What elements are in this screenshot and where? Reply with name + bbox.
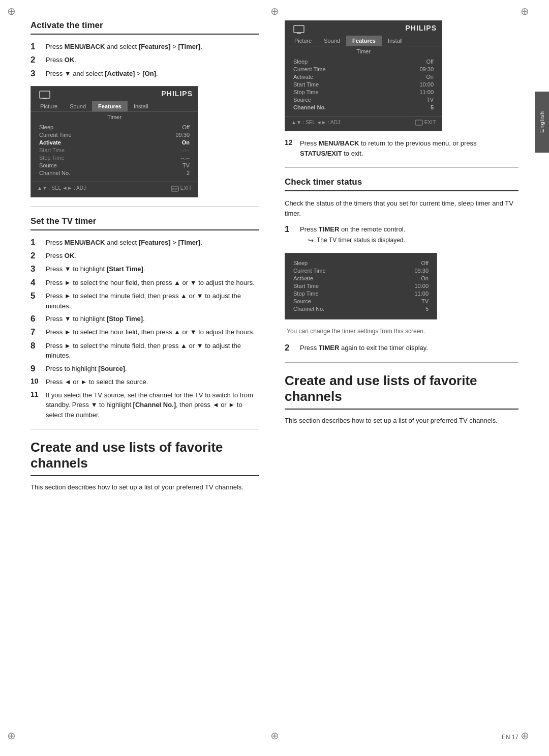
step-number: 1 [285,224,296,235]
tv-row: Channel No.5 [293,103,434,111]
step-item: 1 Press MENU/BACK and select [Features] … [30,238,259,248]
step-content: Press MENU/BACK and select [Features] > … [46,238,259,248]
tv-row: Current Time09:30 [39,131,190,138]
philips-logo-2: PHILIPS [406,24,437,36]
create-favorites-section: Create and use lists of favorite channel… [30,440,259,492]
timer-status-row: ActivateOn [293,275,429,282]
activate-timer-section: Activate the timer 1 Press MENU/BACK and… [30,20,259,197]
tv-row: SourceTV [39,161,190,169]
tv-row: Stop Time--:-- [39,154,190,161]
step-content-12: Press MENU/BACK to return to the previou… [300,138,518,158]
tv-rows: SleepOff Current Time09:30 ActivateOn St… [31,121,198,179]
tv-row: Start Time--:-- [39,146,190,154]
separator [30,207,259,207]
step-item: 7 Press ► to select the hour field, then… [30,327,259,337]
tv-menu-header: PHILIPS [285,21,442,36]
activate-timer-steps: 1 Press MENU/BACK and select [Features] … [30,42,259,79]
step-content: Press ▼ and select [Activate] > [On]. [46,69,259,79]
check-timer-intro: Check the status of the timers that you … [285,198,518,218]
left-column: Activate the timer 1 Press MENU/BACK and… [30,20,274,736]
create-favorites-intro: This section describes how to set up a l… [30,482,259,492]
tv-row: SleepOff [293,57,434,65]
svg-rect-4 [294,25,304,33]
tv-tab-picture: Picture [34,101,64,111]
tv-footer-exit: EXIT EXIT [171,185,192,191]
step-number: 2 [30,55,42,65]
timer-status-row: Start Time10:00 [293,282,429,290]
tv-row: SourceTV [293,96,434,103]
activate-timer-title: Activate the timer [30,20,259,35]
step-item: 2 Press OK. [30,251,259,261]
step-number: 10 [30,377,42,386]
step-text: Press TIMER on the remote control. [300,224,518,235]
step-item: 10 Press ◄ or ► to select the source. [30,377,259,387]
tv-menu-header: PHILIPS [31,86,198,101]
tv-row: ActivateOn [293,73,434,80]
set-tv-timer-section: Set the TV timer 1 Press MENU/BACK and s… [30,216,259,420]
tv-section-label-2: Timer [285,46,442,55]
tv-tab-picture-2: Picture [288,36,318,46]
tv-footer-exit-2: EXIT [415,120,436,126]
tv-tab-install-2: Install [382,36,409,46]
timer-status-row: Current Time09:30 [293,267,429,275]
tv-tab-bar: Picture Sound Features Install [31,101,198,112]
set-tv-timer-steps: 1 Press MENU/BACK and select [Features] … [30,238,259,420]
sub-bullet-text: The TV timer status is displayed. [317,236,405,245]
step-number: 5 [30,291,42,301]
tv-rows-2: SleepOff Current Time09:30 ActivateOn St… [285,55,442,113]
tv-row: Current Time09:30 [293,65,434,73]
timer-status-box: SleepOff Current Time09:30 ActivateOn St… [285,253,437,319]
svg-rect-6 [415,120,422,125]
exit-icon-2 [415,120,423,126]
step-content: Press TIMER on the remote control. ↪ The… [300,224,518,245]
tv-section-label: Timer [31,112,198,121]
create-favorites-right: Create and use lists of favorite channel… [285,373,518,426]
step-content: Press ▼ to highlight [Start Time]. [46,264,259,274]
philips-logo: PHILIPS [162,90,193,101]
step-number: 2 [30,251,42,261]
separator-right-2 [285,362,518,363]
tv-footer-nav-2: ▲▼ : SEL ◄► : ADJ [291,120,340,126]
step-number: 2 [285,343,296,353]
step-number: 3 [30,264,42,274]
right-column: PHILIPS Picture Sound Features Install T… [274,20,518,736]
create-favorites-intro-right: This section describes how to set up a l… [285,416,518,426]
tv-tab-sound: Sound [64,101,92,111]
tv-menu-1: PHILIPS Picture Sound Features Install T… [30,86,198,197]
step-content: Press OK. [46,55,259,65]
step-content: Press ► to select the hour field, then p… [46,327,259,337]
tv-row: SleepOff [39,123,190,131]
step-number: 1 [30,42,42,52]
tv-tab-features-2: Features [346,36,382,46]
tv-tab-sound-2: Sound [318,36,346,46]
step-content: Press ► to select the hour field, then p… [46,278,259,288]
step-content: Press ► to select the minute field, then… [46,341,259,361]
step-item: 8 Press ► to select the minute field, th… [30,341,259,361]
step-number: 6 [30,314,42,324]
step-number: 11 [30,390,42,399]
timer-status-row: Channel No.5 [293,305,429,313]
step-item: 6 Press ▼ to highlight [Stop Time]. [30,314,259,324]
step-content: Press TIMER again to exit the timer disp… [300,343,518,353]
separator-right [285,167,518,168]
arrow-icon: ↪ [308,236,314,246]
step-number: 3 [30,69,42,79]
check-timer-title: Check timer status [285,177,518,191]
timer-status-row: SleepOff [293,259,429,267]
monitor-icon-2 [293,25,304,34]
step-content: Press OK. [46,251,259,261]
step-number: 7 [30,327,42,337]
tv-row: Start Time10:00 [293,80,434,88]
step-12: 12 Press MENU/BACK to return to the prev… [285,138,518,158]
tv-footer: ▲▼ : SEL ◄► : ADJ EXIT EXIT [31,182,198,191]
tv-row: Stop Time11:00 [293,88,434,96]
step-item: 4 Press ► to select the hour field, then… [30,278,259,288]
tv-tab-install: Install [128,101,155,111]
step-content: Press ◄ or ► to select the source. [46,377,259,387]
tv-row-highlight: ActivateOn [39,138,190,146]
svg-rect-5 [297,33,301,34]
step-item: 11 If you select the TV source, set the … [30,390,259,420]
step-content: If you select the TV source, set the cha… [46,390,259,420]
step-number-12: 12 [285,138,296,147]
check-timer-steps: 1 Press TIMER on the remote control. ↪ T… [285,224,518,245]
